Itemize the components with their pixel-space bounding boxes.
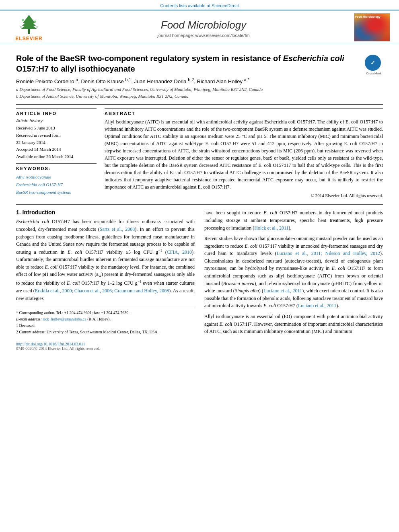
crossmark-label: CrossMark [365, 72, 383, 75]
footnote-email: E-mail address: rick_holley@umanitoba.ca… [16, 316, 195, 322]
accepted-date: Accepted 14 March 2014 [16, 146, 97, 153]
body-col-right: have been sought to reduce E. coli O157:… [204, 209, 383, 351]
ref-sartz[interactable]: Sartz et al., 2008 [100, 226, 135, 232]
authors-line: Roniele Peixoto Cordeiro a, Denis Otto K… [16, 77, 383, 84]
abstract-column: ABSTRACT Allyl isothiocyanate (AITC) is … [105, 108, 383, 198]
info-abstract-columns: ARTICLE INFO Article history: Received 5… [16, 108, 383, 198]
intro-para-3: Allyl isothiocyanate is an essential oil… [204, 313, 383, 335]
intro-para-1: Escherichia coli O157:H7 has been respon… [16, 218, 195, 302]
journal-homepage: journal homepage: www.elsevier.com/locat… [53, 33, 354, 38]
svg-point-7 [36, 26, 38, 28]
intro-number: 1. [16, 209, 21, 216]
keyword-1: Allyl isothiocyanate [16, 173, 97, 181]
footnote-2: 2 Current address: University of Texas, … [16, 329, 195, 335]
svg-point-6 [20, 26, 22, 28]
elsevier-logo: ELSEVIER [15, 13, 43, 41]
email-link[interactable]: rick_holley@umanitoba.ca [43, 317, 86, 321]
issn-copyright: 0740-0020/© 2014 Elsevier Ltd. All right… [16, 346, 195, 351]
article-info-column: ARTICLE INFO Article history: Received 5… [16, 108, 97, 198]
ref-holck[interactable]: Holck et al., 2011 [254, 225, 288, 231]
ref-luciano[interactable]: Luciano et al., 2011; Nilsson and Holley… [276, 251, 380, 256]
sciencedirect-link[interactable]: ScienceDirect [212, 3, 239, 8]
article-history-block: ARTICLE INFO Article history: Received 5… [16, 108, 97, 160]
ref-erkkila[interactable]: Erkkila et al., 2000; Chacon et al., 200… [35, 288, 169, 294]
footnotes: * Corresponding author. Tel.: +1 204 474… [16, 307, 195, 335]
article-title: Role of the BaeSR two-component regulato… [16, 53, 361, 74]
article-info-title: ARTICLE INFO [16, 111, 97, 116]
available-date: Available online 26 March 2014 [16, 153, 97, 160]
keywords-title: Keywords: [16, 166, 97, 171]
cover-label: Food Microbiology [355, 15, 380, 18]
doi-link[interactable]: http://dx.doi.org/10.1016/j.fm.2014.03.0… [16, 342, 195, 346]
top-header: Contents lists available at ScienceDirec… [0, 0, 399, 10]
svg-rect-0 [28, 29, 30, 34]
intro-para-cont: have been sought to reduce E. coli O157:… [204, 209, 383, 232]
keyword-2: Escherichia coli O157:H7 [16, 181, 97, 189]
article-content: Role of the BaeSR two-component regulato… [0, 44, 399, 359]
journal-cover-section: Food Microbiology [354, 13, 394, 41]
affiliation-b: b Department of Animal Science, Universi… [16, 93, 383, 100]
affiliations: a Department of Food Science, Faculty of… [16, 86, 383, 99]
svg-point-4 [22, 19, 24, 21]
article-title-section: Role of the BaeSR two-component regulato… [16, 48, 383, 74]
title-italic: Escherichia coli [283, 54, 344, 63]
elsevier-tree-icon [15, 13, 43, 35]
footnote-1: 1 Deceased. [16, 322, 195, 329]
keywords-block: Keywords: Allyl isothiocyanate Escherich… [16, 163, 97, 196]
received-revised-label: Received in revised form [16, 132, 97, 139]
footnote-star: * Corresponding author. Tel.: +1 204 474… [16, 310, 195, 316]
body-col-left: 1. Introduction Escherichia coli O157:H7… [16, 209, 195, 351]
elsevier-label: ELSEVIER [15, 36, 42, 41]
journal-title-section: Food Microbiology journal homepage: www.… [53, 16, 354, 38]
intro-title: Introduction [23, 209, 56, 216]
ref-luciano2[interactable]: Luciano et al., 2011 [263, 288, 302, 294]
abstract-text: Allyl isothiocyanate (AITC) is an essent… [105, 118, 383, 191]
crossmark-icon: ✓ [365, 55, 381, 71]
received-revised-date: 22 January 2014 [16, 139, 97, 146]
ref-luciano3[interactable]: Luciano et al., 2011 [298, 303, 336, 308]
journal-header: ELSEVIER Food Microbiology journal homep… [0, 10, 399, 44]
divider-main [16, 104, 383, 105]
svg-point-5 [34, 21, 36, 23]
body-two-columns: 1. Introduction Escherichia coli O157:H7… [16, 209, 383, 351]
affiliation-a: a Department of Food Science, Faculty of… [16, 86, 383, 93]
abstract-title: ABSTRACT [105, 111, 383, 116]
article-title-container: Role of the BaeSR two-component regulato… [16, 53, 361, 74]
journal-title: Food Microbiology [53, 19, 354, 31]
copyright-notice: © 2014 Elsevier Ltd. All rights reserved… [105, 193, 383, 198]
abstract-block: ABSTRACT Allyl isothiocyanate (AITC) is … [105, 108, 383, 198]
intro-para-2: Recent studies have shown that glucosino… [204, 235, 383, 310]
contents-text: Contents lists available at [160, 3, 210, 8]
keyword-3: BaeSR two-component systems [16, 189, 97, 196]
elsevier-logo-section: ELSEVIER [5, 13, 53, 41]
crossmark-logo: ✓ CrossMark [365, 55, 383, 73]
history-label: Article history: [16, 118, 97, 123]
body-section: 1. Introduction Escherichia coli O157:H7… [16, 204, 383, 351]
journal-cover-image: Food Microbiology [354, 13, 390, 41]
ref-cfia[interactable]: CFIA, 2010 [167, 249, 192, 255]
doi-text[interactable]: http://dx.doi.org/10.1016/j.fm.2014.03.0… [16, 342, 85, 346]
received-date: Received 5 June 2013 [16, 125, 97, 132]
intro-heading: 1. Introduction [16, 209, 195, 216]
